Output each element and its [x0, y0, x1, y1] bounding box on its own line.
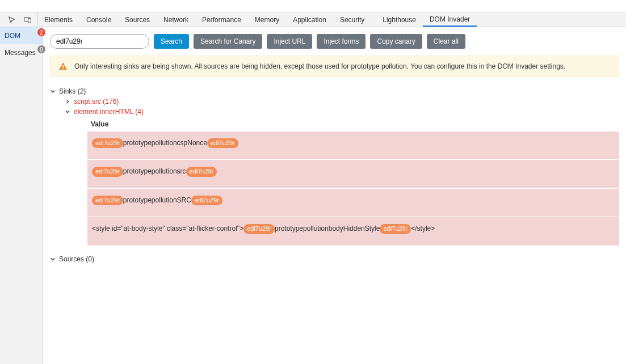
sinks-group[interactable]: Sinks (2)	[50, 86, 619, 96]
value-text: prototypepollutionSRC	[123, 196, 191, 204]
canary-tag: edl7u29r	[243, 224, 275, 234]
canary-tag: edl7u29r	[207, 138, 238, 148]
devtools-tabs: Elements Console Sources Network Perform…	[0, 12, 626, 27]
canary-tag: edl7u29r	[186, 167, 217, 176]
window-top-bar	[0, 0, 626, 12]
inject-forms-button[interactable]: Inject forms	[317, 34, 365, 49]
search-canary-button[interactable]: Search for Canary	[194, 34, 262, 49]
value-text-suffix: </style>	[411, 225, 435, 232]
chevron-right-icon	[65, 99, 70, 104]
info-banner: Only interesting sinks are being shown. …	[50, 56, 619, 77]
tab-memory[interactable]: Memory	[248, 12, 286, 27]
search-button[interactable]: Search	[154, 34, 189, 49]
svg-rect-3	[62, 68, 64, 69]
sidebar-item-label: Messages	[5, 49, 36, 57]
canary-tag: edl7u29r	[191, 196, 222, 205]
tree-section: Sinks (2) script.src (176) element.inner…	[43, 82, 626, 269]
value-text: prototypepollutionsrc	[123, 167, 186, 175]
canary-tag: edl7u29r	[92, 196, 123, 205]
messages-count-badge: 0	[37, 45, 45, 53]
tab-lighthouse[interactable]: Lighthouse	[376, 12, 423, 27]
value-rows: edl7u29rprototypepollutioncspNonceedl7u2…	[87, 132, 619, 246]
svg-rect-1	[28, 18, 31, 23]
tab-elements[interactable]: Elements	[37, 12, 79, 27]
sidebar-item-label: DOM	[5, 32, 20, 40]
value-row[interactable]: edl7u29rprototypepollutionsrcedl7u29r	[87, 160, 619, 188]
value-text-mid: prototypepollutionbodyHiddenStyle	[275, 225, 380, 232]
sidebar-item-dom[interactable]: DOM 2	[0, 27, 43, 44]
sink-element-innerhtml[interactable]: element.innerHTML (4)	[65, 107, 619, 117]
chevron-down-icon	[50, 256, 56, 262]
clear-all-button[interactable]: Clear all	[427, 34, 465, 49]
main-panel: Search Search for Canary Inject URL Inje…	[43, 27, 626, 364]
tab-dom-invader[interactable]: DOM Invader	[423, 12, 477, 27]
chevron-down-icon	[50, 88, 56, 94]
value-text: prototypepollutioncspNonce	[123, 139, 207, 147]
value-row[interactable]: <style id="at-body-style" class="at-flic…	[87, 217, 619, 246]
inject-url-button[interactable]: Inject URL	[267, 34, 312, 49]
inspect-element-icon[interactable]	[7, 15, 16, 24]
banner-text: Only interesting sinks are being shown. …	[74, 62, 565, 70]
tab-console[interactable]: Console	[79, 12, 118, 27]
value-row[interactable]: edl7u29rprototypepollutionSRCedl7u29r	[87, 189, 619, 217]
svg-rect-2	[62, 65, 64, 68]
device-toolbar-icon[interactable]	[23, 15, 32, 24]
sink-name: script.src (176)	[74, 98, 119, 105]
tab-security[interactable]: Security	[333, 12, 371, 27]
sources-label: Sources (0)	[59, 255, 94, 263]
value-text-prefix: <style id="at-body-style" class="at-flic…	[92, 225, 243, 232]
tab-application[interactable]: Application	[286, 12, 333, 27]
sink-name: element.innerHTML (4)	[74, 108, 144, 116]
dom-count-badge: 2	[37, 28, 45, 36]
canary-tag: edl7u29r	[92, 138, 123, 148]
canary-tag: edl7u29r	[380, 224, 411, 234]
dom-invader-toolbar: Search Search for Canary Inject URL Inje…	[43, 27, 626, 56]
tab-network[interactable]: Network	[157, 12, 195, 27]
tab-performance[interactable]: Performance	[195, 12, 248, 27]
search-input[interactable]	[50, 34, 149, 49]
warning-icon	[58, 62, 68, 71]
dom-invader-sidebar: DOM 2 Messages 0	[0, 27, 43, 364]
tab-sources[interactable]: Sources	[118, 12, 157, 27]
sink-script-src[interactable]: script.src (176)	[65, 96, 619, 107]
chevron-down-icon	[65, 109, 70, 115]
sinks-label: Sinks (2)	[59, 87, 86, 95]
canary-tag: edl7u29r	[92, 167, 123, 176]
sources-group[interactable]: Sources (0)	[50, 254, 619, 264]
value-row[interactable]: edl7u29rprototypepollutioncspNonceedl7u2…	[87, 132, 619, 160]
sidebar-item-messages[interactable]: Messages 0	[0, 44, 43, 61]
copy-canary-button[interactable]: Copy canary	[370, 34, 422, 49]
value-column-header: Value	[91, 117, 619, 132]
